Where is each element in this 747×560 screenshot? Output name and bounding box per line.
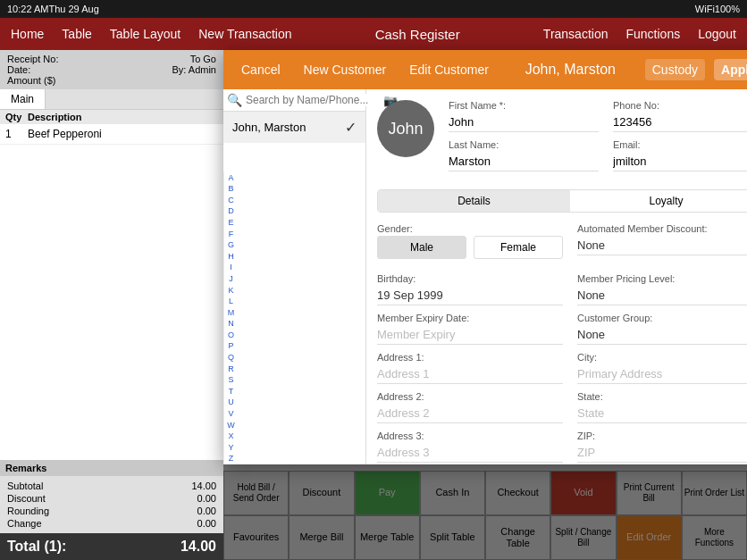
search-box: 🔍 📷 — [223, 89, 365, 112]
alpha-G[interactable]: G — [228, 239, 234, 251]
remarks-label: Remarks — [0, 460, 223, 476]
customer-sidebar: 🔍 📷 John, Marston ✓ A B — [223, 89, 366, 464]
alpha-index: A B C D E F G H I J K L M — [223, 172, 238, 464]
address3-col: Address 3: Address 3 — [377, 430, 563, 463]
expiry-section: Member Expiry Date: Member Expiry Custom… — [377, 313, 747, 345]
member-pricing-label: Member Pricing Level: — [577, 273, 747, 284]
alpha-C[interactable]: C — [228, 195, 234, 206]
address3-section: Address 3: Address 3 ZIP: ZIP — [377, 430, 747, 463]
discount-label: Discount — [7, 493, 46, 504]
modal-header-right: Custody Apply — [645, 59, 747, 80]
address3-label: Address 3: — [377, 430, 563, 441]
alpha-K[interactable]: K — [228, 285, 233, 297]
alpha-U[interactable]: U — [228, 397, 234, 408]
table-row: 1 Beef Pepperoni — [0, 124, 223, 145]
birthday-value: 19 Sep 1999 — [377, 286, 563, 305]
receipt-tabs: Main — [0, 89, 223, 110]
gender-male[interactable]: Male — [377, 236, 466, 259]
firstname-label: First Name *: — [449, 100, 599, 111]
email-input[interactable] — [613, 152, 747, 171]
nav-new-transaction[interactable]: New Transaction — [198, 27, 291, 41]
grand-total-label: Total (1): — [7, 539, 66, 555]
firstname-input[interactable] — [449, 113, 599, 132]
nav-table-layout[interactable]: Table Layout — [110, 27, 180, 41]
alpha-E[interactable]: E — [228, 217, 233, 229]
apply-button[interactable]: Apply — [714, 59, 747, 80]
receipt-tab-main[interactable]: Main — [0, 89, 46, 109]
alpha-L[interactable]: L — [229, 296, 233, 307]
nav-functions[interactable]: Functions — [625, 27, 680, 41]
alpha-H[interactable]: H — [228, 251, 234, 263]
discount-row: Discount 0.00 — [7, 492, 216, 505]
modal-header: Cancel New Customer Edit Customer John, … — [223, 50, 747, 89]
address2-col: Address 2: Address 2 — [377, 391, 563, 423]
member-discount-col: Automated Member Discount: None — [577, 223, 747, 266]
status-date: Thu 29 Aug — [48, 4, 98, 14]
alpha-I[interactable]: I — [230, 262, 232, 273]
alpha-R[interactable]: R — [228, 364, 234, 375]
customer-modal: Cancel New Customer Edit Customer John, … — [223, 50, 747, 464]
cancel-button[interactable]: Cancel — [234, 59, 288, 80]
alpha-Y[interactable]: Y — [228, 442, 233, 454]
state-col: State: State — [577, 391, 747, 423]
alpha-V[interactable]: V — [228, 408, 233, 420]
rounding-label: Rounding — [7, 506, 49, 516]
alpha-Z[interactable]: Z — [229, 453, 234, 464]
alpha-A[interactable]: A — [228, 172, 233, 184]
phone-input[interactable] — [613, 113, 747, 132]
change-label: Change — [7, 518, 42, 529]
alpha-M[interactable]: M — [228, 307, 235, 319]
tab-loyalty[interactable]: Loyalty — [570, 190, 747, 212]
lastname-input[interactable] — [449, 152, 599, 171]
expiry-col: Member Expiry Date: Member Expiry — [377, 313, 563, 345]
subtotal-row: Subtotal 14.00 — [7, 480, 216, 492]
alpha-J[interactable]: J — [229, 273, 233, 285]
new-customer-button[interactable]: New Customer — [297, 59, 394, 80]
nav-logout[interactable]: Logout — [698, 27, 736, 41]
email-label: Email: — [613, 139, 747, 150]
address1-section: Address 1: Address 1 City: Primary Addre… — [377, 352, 747, 384]
form-fields-top: First Name *: Phone No: — [449, 100, 747, 179]
alpha-X[interactable]: X — [228, 430, 233, 442]
custody-button[interactable]: Custody — [645, 59, 705, 80]
customer-detail: John First Name *: — [366, 89, 747, 464]
detail-tabs: Details Loyalty — [377, 189, 747, 213]
status-time: 10:22 AM — [7, 4, 48, 14]
subtotal-label: Subtotal — [7, 481, 43, 491]
city-label: City: — [577, 352, 747, 363]
alpha-P[interactable]: P — [228, 340, 233, 352]
alpha-O[interactable]: O — [228, 330, 234, 341]
gender-section: Gender: Male Female Automated Member Dis… — [377, 223, 747, 266]
edit-customer-button[interactable]: Edit Customer — [402, 59, 496, 80]
discount-value: 0.00 — [197, 493, 216, 504]
customer-list-item[interactable]: John, Marston ✓ — [223, 112, 365, 143]
state-label: State: — [577, 391, 747, 402]
nav-table[interactable]: Table — [62, 27, 91, 41]
nav-home[interactable]: Home — [11, 27, 44, 41]
alpha-S[interactable]: S — [228, 374, 233, 386]
birthday-label: Birthday: — [377, 273, 563, 284]
search-input[interactable] — [246, 94, 380, 106]
alpha-F[interactable]: F — [229, 229, 234, 240]
customer-group-label: Customer Group: — [577, 313, 747, 323]
gender-female[interactable]: Female — [474, 236, 563, 259]
alpha-Q[interactable]: Q — [228, 352, 234, 364]
alpha-N[interactable]: N — [228, 318, 234, 330]
receipt-item-header: Qty Description — [0, 110, 223, 124]
address2-value: Address 2 — [377, 404, 563, 423]
tab-details[interactable]: Details — [378, 190, 570, 212]
address3-value: Address 3 — [377, 443, 563, 463]
alpha-B[interactable]: B — [228, 183, 233, 195]
col-description: Description — [28, 112, 218, 122]
by-label: By: Admin — [172, 64, 216, 75]
alpha-T[interactable]: T — [229, 386, 234, 397]
subtotal-value: 14.00 — [191, 481, 216, 491]
expiry-label: Member Expiry Date: — [377, 313, 563, 323]
form-row-lastname: Last Name: Email: — [449, 139, 747, 171]
nav-transaction[interactable]: Transaction — [543, 27, 609, 41]
gender-col: Gender: Male Female — [377, 223, 563, 266]
alpha-W[interactable]: W — [227, 420, 235, 431]
alpha-D[interactable]: D — [228, 205, 234, 217]
address2-label: Address 2: — [377, 391, 563, 402]
date-label: Date: — [7, 64, 30, 75]
